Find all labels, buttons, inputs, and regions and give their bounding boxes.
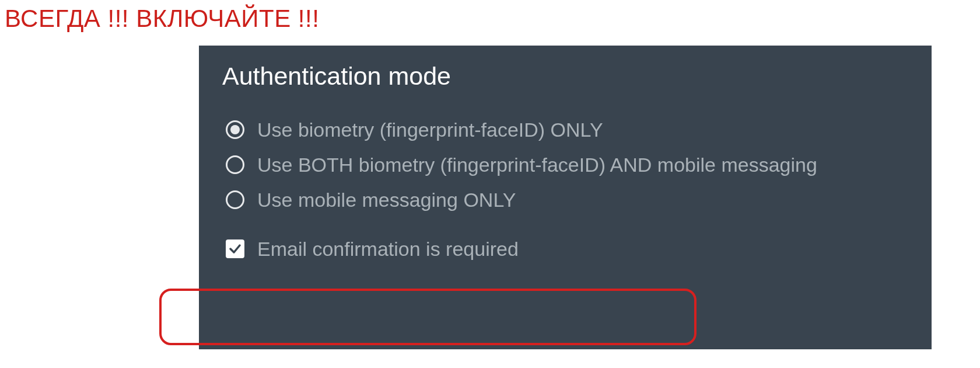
auth-option-both[interactable]: Use BOTH biometry (fingerprint-faceID) A… [226, 155, 908, 175]
auth-option-mobile-only[interactable]: Use mobile messaging ONLY [226, 190, 908, 210]
auth-option-label: Use mobile messaging ONLY [257, 190, 516, 210]
auth-options-group: Use biometry (fingerprint-faceID) ONLY U… [222, 120, 908, 210]
radio-icon [226, 120, 244, 139]
checkbox-checked-icon [226, 239, 244, 258]
panel-title: Authentication mode [222, 62, 908, 91]
auth-option-label: Use biometry (fingerprint-faceID) ONLY [257, 120, 603, 140]
warning-text: ВСЕГДА !!! ВКЛЮЧАЙТЕ !!! [5, 5, 319, 33]
auth-option-biometry-only[interactable]: Use biometry (fingerprint-faceID) ONLY [226, 120, 908, 140]
radio-dot-icon [230, 125, 240, 134]
auth-option-label: Use BOTH biometry (fingerprint-faceID) A… [257, 155, 817, 175]
email-confirmation-label: Email confirmation is required [257, 239, 519, 259]
auth-mode-panel: Authentication mode Use biometry (finger… [199, 46, 932, 349]
radio-icon [226, 190, 244, 209]
checkmark-icon [228, 242, 242, 256]
email-confirmation-row[interactable]: Email confirmation is required [222, 239, 908, 259]
radio-icon [226, 155, 244, 174]
